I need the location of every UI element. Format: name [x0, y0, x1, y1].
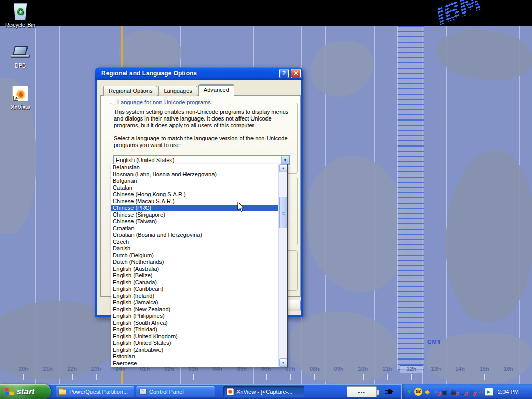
recycle-bin-icon: ♻: [0, 2, 41, 21]
language-bar-icon[interactable]: ▶: [485, 388, 493, 396]
desktop-icon-xnview[interactable]: ↗ XnView: [0, 84, 41, 110]
language-list-item[interactable]: English (Jamaica): [111, 299, 278, 306]
chevron-down-icon: ▼: [284, 158, 287, 162]
timezone-tick: [448, 374, 472, 381]
help-button[interactable]: ?: [279, 69, 289, 78]
language-list-item[interactable]: Chinese (Hong Kong S.A.R.): [111, 191, 278, 198]
power-plug-icon[interactable]: [384, 388, 394, 398]
media-error-icon[interactable]: ▦ ✗: [449, 388, 458, 396]
scroll-down-button[interactable]: ▼: [279, 358, 287, 367]
xnview-icon: ↗: [0, 84, 41, 103]
language-list: BelarusianBosnian (Latin, Bosnia and Her…: [111, 164, 278, 367]
language-list-item[interactable]: English (Belize): [111, 272, 278, 279]
language-list-item[interactable]: English (Ireland): [111, 292, 278, 299]
disconnected-computer-icon[interactable]: ▢ ✗: [458, 388, 467, 396]
timezone-label: 22h: [60, 366, 84, 373]
scroll-up-button[interactable]: ▲: [279, 164, 287, 172]
timezone-tick: [36, 374, 60, 381]
timezone-tick: [327, 374, 351, 381]
timezone-tick: [278, 374, 302, 381]
language-list-item[interactable]: Estonian: [111, 353, 278, 360]
dialog-titlebar[interactable]: Regional and Language Options ? ✕: [95, 66, 303, 80]
timezone-tick: [472, 374, 497, 381]
language-list-item[interactable]: Chinese (Taiwan): [111, 218, 278, 225]
language-dropdown-list: BelarusianBosnian (Latin, Bosnia and Her…: [111, 164, 288, 367]
shortcut-arrow-icon: ↗: [13, 96, 18, 101]
lan-network-icon[interactable]: ▣: [441, 388, 449, 396]
removable-storage-icon[interactable]: ▼: [405, 388, 414, 396]
gmt-label: GMT: [427, 339, 441, 345]
taskbar-clock: 2:04 PM: [498, 389, 519, 395]
desktop-icon-dpb[interactable]: DPB: [0, 43, 41, 69]
timezone-tick: [157, 374, 181, 381]
tab-advanced[interactable]: Advanced: [198, 84, 234, 96]
language-list-item[interactable]: Bulgarian: [111, 178, 278, 184]
status-widget[interactable]: ---: [347, 386, 377, 397]
language-list-item[interactable]: English (Zimbabwe): [111, 347, 278, 353]
network-audio-muted-icon[interactable]: ▥ ✗: [467, 388, 475, 396]
desktop-icon-recycle-bin[interactable]: ♻ Recycle Bin: [0, 2, 41, 28]
language-list-item[interactable]: English (New Zealand): [111, 306, 278, 313]
timezone-tick: [302, 374, 327, 381]
icon-label: DPB: [0, 62, 41, 69]
timezone-label: 10h: [351, 366, 375, 373]
offline-users-icon[interactable]: ☻ ✗: [432, 388, 440, 396]
timezone-label: 09h: [327, 366, 351, 373]
xnview-icon: [227, 388, 234, 395]
language-list-item[interactable]: Chinese (Singapore): [111, 211, 278, 218]
tab-strip: Regional Options Languages Advanced: [103, 84, 235, 96]
scrollbar-thumb[interactable]: [279, 197, 287, 228]
taskbar-button-powerquest[interactable]: PowerQuest Partition...: [56, 386, 134, 397]
list-scrollbar[interactable]: ▲ ▼: [278, 164, 287, 367]
language-list-item[interactable]: Dutch (Netherlands): [111, 259, 278, 265]
chevron-up-icon: ▲: [282, 166, 285, 170]
chevron-down-icon: ▼: [282, 361, 285, 364]
timezone-tick: [496, 374, 521, 381]
tab-regional-options[interactable]: Regional Options: [103, 86, 157, 96]
start-button[interactable]: start: [0, 384, 51, 399]
laptop-icon: [0, 43, 41, 61]
ibm-logo: IBM: [430, 0, 483, 26]
timezone-tick: [205, 374, 230, 381]
timezone-label: 13h: [423, 366, 448, 373]
language-list-item[interactable]: English (Philippines): [111, 313, 278, 320]
language-list-item[interactable]: Dutch (Belgium): [111, 252, 278, 259]
phone-dialer-icon[interactable]: ☎: [414, 388, 422, 396]
tab-languages[interactable]: Languages: [158, 86, 197, 96]
taskbar: start PowerQuest Partition... Control Pa…: [0, 384, 532, 399]
windows-flag-icon: [4, 387, 14, 396]
language-list-item[interactable]: Belarusian: [111, 164, 278, 171]
language-list-item[interactable]: English (Canada): [111, 279, 278, 286]
timezone-tick: [60, 374, 84, 381]
combobox-dropdown-button[interactable]: ▼: [281, 156, 289, 164]
language-list-item[interactable]: English (South Africa): [111, 320, 278, 326]
timezone-ticks: [11, 374, 521, 381]
language-list-item[interactable]: Chinese (Macau S.A.R.): [111, 198, 278, 205]
taskbar-button-xnview[interactable]: XnView - [<Capture-...: [223, 386, 304, 397]
language-list-item[interactable]: Chinese (PRC): [111, 205, 278, 211]
timezone-label: 12h: [400, 366, 424, 373]
language-list-item[interactable]: English (Caribbean): [111, 286, 278, 292]
description-text: This system setting enables non-Unicode …: [114, 109, 288, 129]
language-list-item[interactable]: English (United States): [111, 340, 278, 347]
language-list-item[interactable]: Danish: [111, 245, 278, 252]
language-list-item[interactable]: Croatian (Bosnia and Herzegovina): [111, 232, 278, 238]
language-list-item[interactable]: Bosnian (Latin, Bosnia and Herzegovina): [111, 171, 278, 178]
desktop: IBM GMT 20h21h22h23h24h01h02h03h04h05h06…: [0, 0, 532, 399]
timezone-tick: [230, 374, 254, 381]
language-list-item[interactable]: Faeroese: [111, 360, 278, 367]
language-list-item[interactable]: Czech: [111, 238, 278, 245]
volume-icon[interactable]: ◀: [476, 388, 484, 396]
language-list-item[interactable]: Croatian: [111, 225, 278, 232]
taskbar-button-control-panel[interactable]: Control Panel: [136, 386, 215, 397]
timezone-label: 23h: [84, 366, 109, 373]
close-button[interactable]: ✕: [291, 69, 301, 78]
language-list-item[interactable]: English (Australia): [111, 265, 278, 272]
icon-label: XnView: [0, 104, 41, 110]
folder-icon: [59, 389, 66, 395]
language-list-item[interactable]: English (United Kingdom): [111, 333, 278, 340]
language-list-item[interactable]: Catalan: [111, 184, 278, 191]
dialup-connection-icon[interactable]: ◆: [423, 388, 431, 396]
group-caption: Language for non-Unicode programs: [115, 99, 213, 105]
language-list-item[interactable]: English (Trinidad): [111, 326, 278, 333]
